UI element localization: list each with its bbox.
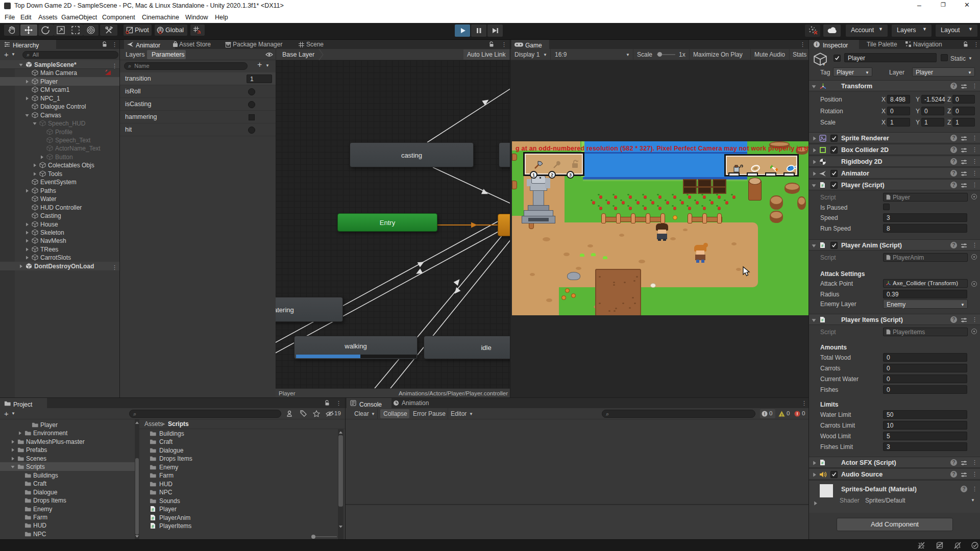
svg-text:#: # bbox=[152, 507, 154, 512]
svg-text:#: # bbox=[152, 516, 154, 521]
svg-text:#: # bbox=[821, 243, 824, 248]
svg-text:!: ! bbox=[764, 411, 766, 416]
svg-text:#: # bbox=[821, 183, 824, 188]
svg-text:#: # bbox=[821, 461, 824, 465]
svg-text:!: ! bbox=[797, 411, 798, 416]
svg-text:#: # bbox=[821, 318, 824, 322]
svg-text:!: ! bbox=[781, 413, 782, 417]
svg-text:#: # bbox=[152, 524, 154, 529]
